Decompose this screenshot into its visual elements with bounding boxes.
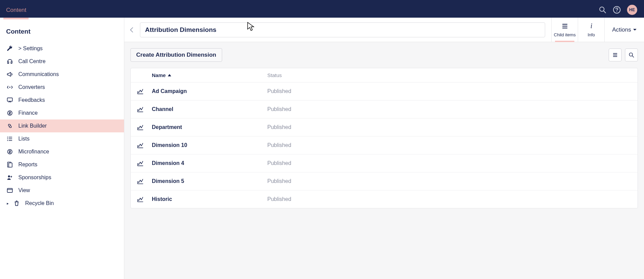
help-icon[interactable] — [613, 6, 621, 14]
finance-icon — [6, 148, 14, 155]
chart-icon — [137, 142, 152, 149]
topbar: Content HE — [0, 0, 644, 18]
table-row[interactable]: Dimension 4Published — [131, 154, 638, 172]
sidebar-title: Content — [0, 18, 124, 42]
title-field-wrap — [140, 18, 551, 42]
sidebar-item-link-builder[interactable]: Link Builder — [0, 119, 124, 132]
toolbar: Create Attribution Dimension — [124, 42, 644, 68]
table-row[interactable]: Ad CampaignPublished — [131, 82, 638, 100]
sidebar-item-microfinance[interactable]: Microfinance — [0, 145, 124, 158]
row-name: Dimension 10 — [152, 142, 267, 148]
sidebar-item-converters[interactable]: Converters — [0, 81, 124, 94]
tab-child-items-label: Child items — [554, 32, 576, 37]
row-status: Published — [267, 196, 631, 202]
view-tabs: Child items Info — [551, 18, 604, 42]
view-icon — [6, 187, 14, 194]
chart-icon — [137, 178, 152, 185]
feedback-icon — [6, 97, 14, 104]
wrench-icon — [6, 45, 14, 52]
sidebar-item-label: Link Builder — [18, 123, 118, 129]
actions-dropdown[interactable]: Actions — [604, 18, 644, 42]
chart-icon — [137, 196, 152, 203]
tab-info[interactable]: Info — [578, 18, 604, 42]
chevron-down-icon — [633, 29, 637, 31]
chart-icon — [137, 88, 152, 95]
list-icon — [6, 135, 14, 142]
sidebar-item-call-centre[interactable]: Call Centre — [0, 55, 124, 68]
row-status: Published — [267, 160, 631, 166]
info-icon — [588, 22, 595, 31]
expand-caret-icon: ▸ — [6, 201, 10, 206]
back-button[interactable] — [124, 18, 140, 42]
tab-child-items[interactable]: Child items — [551, 18, 578, 42]
sidebar-item-finance[interactable]: Finance — [0, 107, 124, 119]
converter-icon — [6, 84, 14, 91]
list-icon — [561, 22, 569, 31]
sidebar-item-label: Feedbacks — [18, 97, 118, 103]
list-layout-button[interactable] — [609, 49, 622, 61]
row-status: Published — [267, 178, 631, 184]
row-status: Published — [267, 124, 631, 130]
row-name: Dimension 4 — [152, 160, 267, 166]
sidebar-item-label: Communications — [18, 71, 118, 77]
main: Child items Info Actions Create Attribut… — [124, 18, 644, 279]
reports-icon — [6, 161, 14, 168]
chart-icon — [137, 124, 152, 131]
link-icon — [6, 123, 14, 129]
sidebar-list: > SettingsCall CentreCommunicationsConve… — [0, 42, 124, 210]
sidebar-item-view[interactable]: View — [0, 184, 124, 197]
row-name: Historic — [152, 196, 267, 202]
row-name: Dimension 5 — [152, 178, 267, 184]
data-table: Name Status Ad CampaignPublishedChannelP… — [130, 68, 638, 208]
sidebar-item-label: Converters — [18, 84, 118, 90]
sidebar-item-lists[interactable]: Lists — [0, 132, 124, 145]
chart-icon — [137, 106, 152, 113]
sidebar-item-settings[interactable]: > Settings — [0, 42, 124, 55]
sidebar-item-label: Finance — [18, 110, 118, 116]
table-row[interactable]: HistoricPublished — [131, 190, 638, 208]
row-status: Published — [267, 142, 631, 148]
topbar-actions: HE — [598, 5, 639, 18]
sidebar-item-reports[interactable]: Reports — [0, 158, 124, 171]
search-icon[interactable] — [598, 6, 607, 14]
sidebar-item-label: Microfinance — [18, 149, 118, 155]
tab-info-label: Info — [588, 32, 595, 37]
row-status: Published — [267, 106, 631, 112]
sponsor-icon — [6, 174, 14, 181]
sidebar-item-label: Reports — [18, 162, 118, 168]
column-header-name[interactable]: Name — [152, 72, 267, 78]
table-row[interactable]: Dimension 5Published — [131, 172, 638, 190]
row-name: Ad Campaign — [152, 88, 267, 94]
title-input[interactable] — [140, 22, 545, 37]
actions-label: Actions — [612, 26, 631, 33]
sidebar-item-label: Sponsorships — [18, 174, 118, 181]
chart-icon — [137, 160, 152, 167]
table-header: Name Status — [131, 68, 638, 82]
sidebar-item-label: Call Centre — [18, 58, 118, 64]
row-name: Channel — [152, 106, 267, 112]
finance-icon — [6, 110, 14, 116]
topbar-tab-content[interactable]: Content — [2, 3, 32, 18]
sidebar-item-label: Lists — [18, 136, 118, 142]
table-row[interactable]: Dimension 10Published — [131, 136, 638, 154]
row-name: Department — [152, 124, 267, 130]
avatar[interactable]: HE — [627, 5, 637, 15]
headset-icon — [6, 58, 14, 65]
sort-asc-icon — [168, 74, 171, 76]
row-status: Published — [267, 88, 631, 94]
sidebar-item-communications[interactable]: Communications — [0, 68, 124, 81]
create-attribution-dimension-button[interactable]: Create Attribution Dimension — [130, 48, 222, 62]
megaphone-icon — [6, 71, 14, 78]
sidebar-item-label: > Settings — [18, 45, 118, 52]
table-row[interactable]: ChannelPublished — [131, 100, 638, 118]
sidebar-item-feedbacks[interactable]: Feedbacks — [0, 94, 124, 107]
search-button[interactable] — [625, 49, 638, 61]
sidebar-item-label: Recycle Bin — [25, 200, 118, 206]
toolbar-right — [609, 49, 638, 61]
sidebar-item-recycle-bin[interactable]: ▸Recycle Bin — [0, 197, 124, 210]
sidebar-item-sponsorships[interactable]: Sponsorships — [0, 171, 124, 184]
main-header: Child items Info Actions — [124, 18, 644, 42]
table-row[interactable]: DepartmentPublished — [131, 118, 638, 136]
column-header-status[interactable]: Status — [267, 72, 631, 78]
sidebar-item-label: View — [18, 187, 118, 193]
